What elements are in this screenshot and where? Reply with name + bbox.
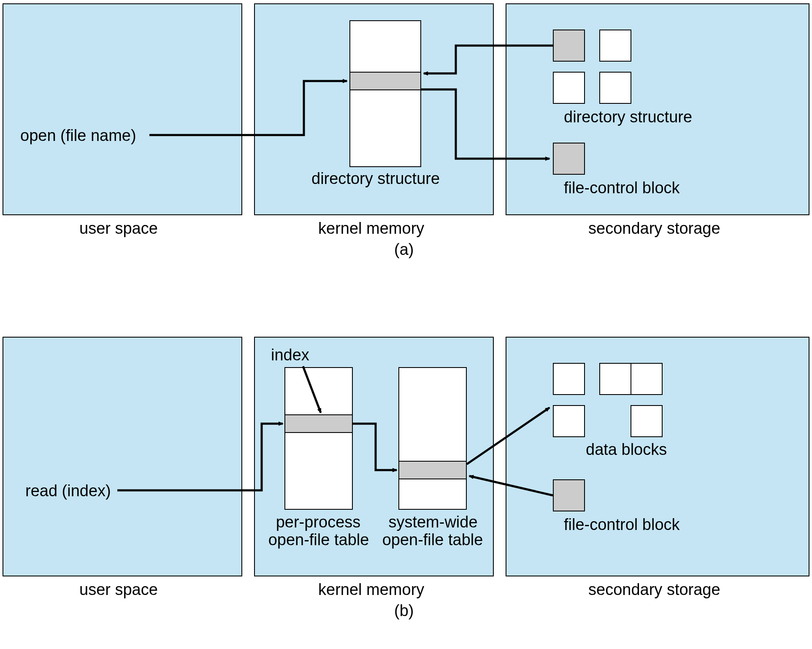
b-system-wide-label-2: open-file table (379, 531, 486, 549)
a-user-space-label: user space (79, 219, 158, 238)
b-per-process-table (284, 367, 353, 510)
b-data-block-1 (553, 363, 585, 395)
a-sec-fcb-label: file-control block (564, 179, 680, 197)
a-kernel-dir-struct-box (349, 20, 421, 167)
a-kernel-memory-label: kernel memory (318, 219, 424, 238)
b-sec-fcb-label: file-control block (564, 516, 680, 534)
b-data-block-4 (553, 405, 585, 437)
a-sec-dir-block-w3 (599, 72, 631, 104)
b-caption: (b) (394, 602, 414, 620)
b-data-block-2 (599, 363, 631, 395)
b-kernel-memory-label: kernel memory (318, 581, 424, 599)
a-sec-fcb-block (553, 143, 585, 175)
a-caption: (a) (394, 241, 414, 259)
b-read-call-label: read (index) (25, 482, 111, 500)
a-kernel-dir-struct-label: directory structure (311, 170, 440, 188)
a-user-space-panel (3, 3, 242, 215)
b-per-process-entry (285, 414, 352, 433)
b-index-label: index (271, 346, 309, 364)
b-per-process-label-2: open-file table (265, 531, 372, 549)
b-system-wide-entry (399, 461, 466, 479)
a-sec-dir-block-w2 (553, 72, 585, 104)
b-system-wide-label-1: system-wide (385, 513, 481, 531)
a-kernel-dir-struct-entry (350, 72, 420, 90)
b-sec-fcb-block (553, 479, 585, 511)
b-data-blocks-label: data blocks (586, 441, 667, 459)
b-secondary-storage-label: secondary storage (588, 581, 720, 599)
b-per-process-label-1: per-process (272, 513, 364, 531)
b-user-space-label: user space (79, 581, 158, 599)
a-sec-dir-struct-label: directory structure (564, 108, 692, 126)
b-user-space-panel (3, 337, 242, 576)
b-data-block-3 (631, 363, 663, 395)
b-data-block-5 (631, 405, 663, 437)
a-sec-dir-block-w1 (599, 30, 631, 62)
b-system-wide-table (398, 367, 467, 510)
a-secondary-storage-label: secondary storage (588, 219, 720, 238)
a-open-call-label: open (file name) (20, 127, 136, 145)
a-sec-dir-block-g1 (553, 30, 585, 62)
